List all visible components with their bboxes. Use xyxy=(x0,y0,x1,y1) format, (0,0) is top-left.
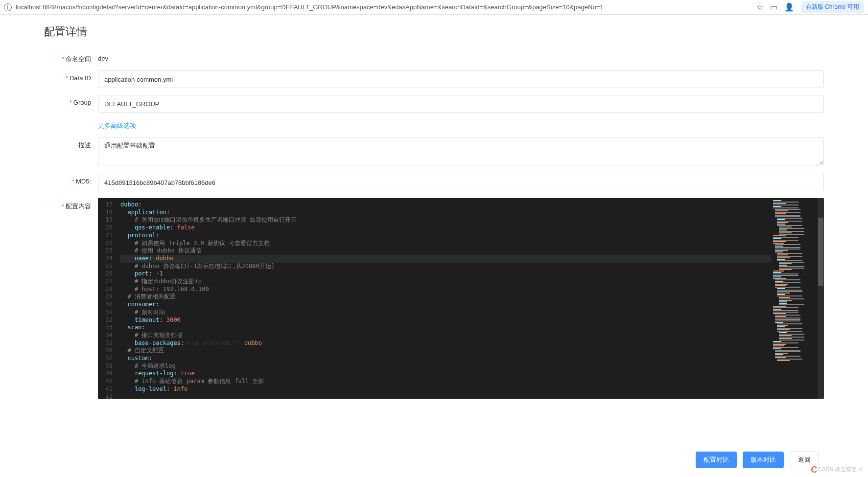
form-row-namespace: *命名空间 dev xyxy=(44,51,824,64)
chrome-update-button[interactable]: 有新版 Chrome 可用 xyxy=(801,1,864,13)
label-namespace: *命名空间 xyxy=(44,51,98,64)
scroll-thumb[interactable] xyxy=(818,218,823,286)
form-row-md5: *MD5: xyxy=(44,174,824,191)
value-namespace: dev xyxy=(98,51,824,62)
code-editor[interactable]: 1718192021222324252627282930313233343536… xyxy=(98,198,824,399)
textarea-desc[interactable] xyxy=(98,137,824,165)
bookmark-star-icon[interactable]: ☆ xyxy=(756,2,763,12)
code-content[interactable]: dubbo: application: # 关闭qos端口避免单机多生产者端口冲… xyxy=(117,198,771,399)
browser-right-controls: ☆ ▭ 👤 有新版 Chrome 可用 xyxy=(756,1,864,13)
input-md5[interactable] xyxy=(98,174,824,191)
label-dataid: *Data ID xyxy=(44,70,98,82)
extensions-icon[interactable]: ▭ xyxy=(770,2,777,12)
page-title: 配置详情 xyxy=(44,24,824,39)
label-group: *Group xyxy=(44,95,98,106)
code-scrollbar-vertical[interactable] xyxy=(818,198,824,399)
content-area: 配置详情 *命名空间 dev *Data ID *Group 更多高级选项 描述… xyxy=(0,15,868,435)
input-dataid[interactable] xyxy=(98,70,824,88)
form-row-advanced: 更多高级选项 xyxy=(44,119,824,130)
code-gutter: 1718192021222324252627282930313233343536… xyxy=(98,198,117,399)
form-row-desc: 描述 xyxy=(44,137,824,167)
label-content: *配置内容 xyxy=(44,198,98,211)
form-row-content: *配置内容 1718192021222324252627282930313233… xyxy=(44,198,824,399)
url-text: localhost:8848/nacos/#/configdetail?serv… xyxy=(16,3,752,11)
label-md5: *MD5: xyxy=(44,174,98,185)
label-desc: 描述 xyxy=(44,137,98,150)
browser-address-bar: i localhost:8848/nacos/#/configdetail?se… xyxy=(0,0,868,15)
input-group[interactable] xyxy=(98,95,824,113)
form-row-group: *Group xyxy=(44,95,824,113)
form-row-dataid: *Data ID xyxy=(44,70,824,88)
code-minimap[interactable] xyxy=(771,198,818,399)
info-icon[interactable]: i xyxy=(4,3,12,11)
profile-avatar-icon[interactable]: 👤 xyxy=(784,2,794,12)
link-advanced-options[interactable]: 更多高级选项 xyxy=(98,119,136,130)
